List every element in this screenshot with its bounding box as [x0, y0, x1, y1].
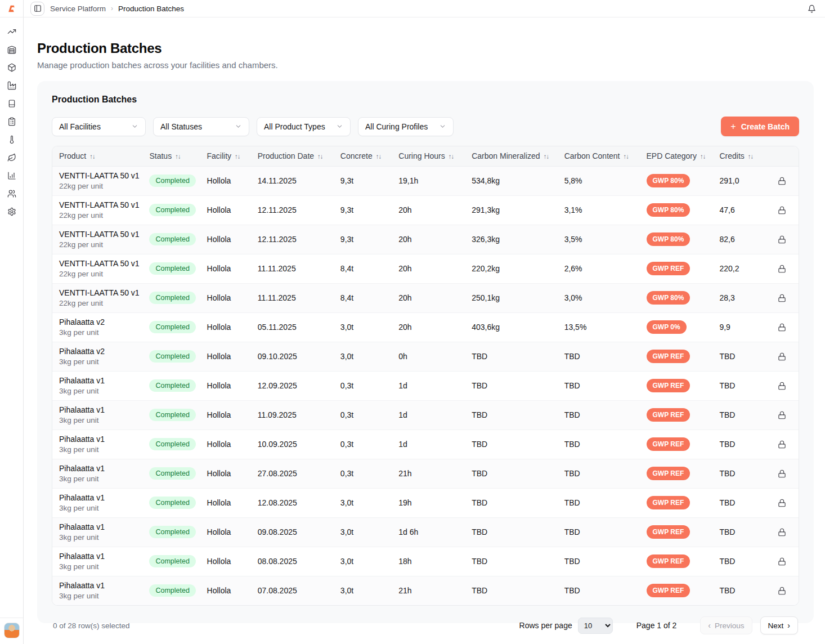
column-header-epd-category[interactable]: EPD Category↑↓	[640, 146, 713, 166]
carbon-mineralized-cell: TBD	[465, 547, 557, 576]
lock-button[interactable]	[778, 294, 786, 302]
lock-button[interactable]	[778, 206, 786, 214]
epd-category-cell: GWP REF	[640, 254, 713, 283]
carbon-content-cell: TBD	[558, 576, 640, 605]
status-badge: Completed	[149, 262, 195, 275]
status-badge: Completed	[149, 379, 195, 392]
lock-button[interactable]	[778, 382, 786, 390]
sidebar-item-container[interactable]	[3, 95, 21, 113]
column-header-carbon-content[interactable]: Carbon Content↑↓	[558, 146, 640, 166]
lock-icon	[778, 382, 786, 390]
sort-icon: ↑↓	[89, 153, 95, 160]
sidebar-item-users[interactable]	[3, 185, 21, 203]
table-row[interactable]: Pihalaatta v13kg per unitCompletedHollol…	[52, 371, 799, 400]
lock-button[interactable]	[778, 557, 786, 566]
curing-profiles-filter[interactable]: All Curing Profiles	[358, 117, 454, 136]
product-types-filter[interactable]: All Product Types	[257, 117, 351, 136]
table-row[interactable]: VENTTI-LAATTA 50 v122kg per unitComplete…	[52, 225, 799, 254]
table-row[interactable]: VENTTI-LAATTA 50 v122kg per unitComplete…	[52, 195, 799, 225]
production-date-cell: 09.10.2025	[251, 342, 334, 371]
table-row[interactable]: Pihalaatta v13kg per unitCompletedHollol…	[52, 488, 799, 517]
table-row[interactable]: Pihalaatta v13kg per unitCompletedHollol…	[52, 576, 799, 605]
lock-button[interactable]	[778, 235, 786, 244]
user-avatar[interactable]	[4, 623, 20, 638]
column-header-facility[interactable]: Facility↑↓	[200, 146, 251, 166]
rows-per-page-label: Rows per page	[519, 621, 572, 630]
table-row[interactable]: Pihalaatta v13kg per unitCompletedHollol…	[52, 400, 799, 430]
table-row[interactable]: Pihalaatta v13kg per unitCompletedHollol…	[52, 459, 799, 488]
column-header-concrete[interactable]: Concrete↑↓	[334, 146, 392, 166]
sort-icon: ↑↓	[449, 153, 454, 160]
sidebar-item-thermometer[interactable]	[3, 131, 21, 149]
topbar: Service Platform › Production Batches	[24, 0, 825, 17]
table-row[interactable]: Pihalaatta v13kg per unitCompletedHollol…	[52, 547, 799, 576]
sidebar-item-leaf[interactable]	[3, 149, 21, 167]
sidebar	[0, 0, 24, 644]
package-icon	[7, 63, 16, 72]
next-page-button[interactable]: Next ›	[760, 616, 798, 634]
table-row[interactable]: VENTTI-LAATTA 50 v122kg per unitComplete…	[52, 283, 799, 312]
table-row[interactable]: Pihalaatta v13kg per unitCompletedHollol…	[52, 430, 799, 459]
previous-page-button[interactable]: ‹ Previous	[700, 616, 752, 634]
lock-button[interactable]	[778, 528, 786, 536]
carbon-mineralized-cell: 403,6kg	[465, 312, 557, 342]
thermometer-icon	[7, 135, 16, 144]
column-header-credits[interactable]: Credits↑↓	[712, 146, 770, 166]
filter-row: All Facilities All Statuses All Product …	[52, 117, 799, 136]
column-header-production-date[interactable]: Production Date↑↓	[251, 146, 334, 166]
table-row[interactable]: Pihalaatta v23kg per unitCompletedHollol…	[52, 342, 799, 371]
sidebar-item-trending-up[interactable]	[3, 23, 21, 41]
lock-button[interactable]	[778, 265, 786, 273]
create-batch-button[interactable]: + Create Batch	[721, 117, 799, 136]
table-row[interactable]: VENTTI-LAATTA 50 v122kg per unitComplete…	[52, 254, 799, 283]
lock-icon	[778, 499, 786, 507]
credits-cell: 9,9	[712, 312, 770, 342]
lock-button[interactable]	[778, 440, 786, 449]
column-header-status[interactable]: Status↑↓	[142, 146, 200, 166]
notifications-button[interactable]	[808, 5, 816, 13]
product-cell: Pihalaatta v13kg per unit	[52, 400, 142, 430]
actions-cell	[771, 576, 799, 605]
lock-button[interactable]	[778, 499, 786, 507]
table-row[interactable]: Pihalaatta v13kg per unitCompletedHollol…	[52, 517, 799, 547]
sidebar-item-factory[interactable]	[3, 77, 21, 95]
lock-button[interactable]	[778, 587, 786, 595]
facilities-filter[interactable]: All Facilities	[52, 117, 146, 136]
status-badge: Completed	[149, 555, 195, 567]
curing-hours-cell: 20h	[392, 283, 465, 312]
lock-button[interactable]	[778, 352, 786, 361]
lock-button[interactable]	[778, 411, 786, 419]
status-badge: Completed	[149, 438, 195, 450]
column-header-curing-hours[interactable]: Curing Hours↑↓	[392, 146, 465, 166]
rows-per-page-select[interactable]: 10	[578, 618, 613, 634]
sidebar-item-bar-chart[interactable]	[3, 167, 21, 185]
lock-button[interactable]	[778, 177, 786, 185]
breadcrumb-root[interactable]: Service Platform	[50, 5, 106, 13]
concrete-cell: 3,0t	[334, 517, 392, 547]
sidebar-toggle-button[interactable]	[30, 2, 44, 16]
bell-icon	[808, 5, 816, 13]
column-header-product[interactable]: Product↑↓	[52, 146, 142, 166]
statuses-filter[interactable]: All Statuses	[153, 117, 249, 136]
table-row[interactable]: VENTTI-LAATTA 50 v122kg per unitComplete…	[52, 166, 799, 195]
sidebar-item-clipboard-list[interactable]	[3, 113, 21, 131]
create-batch-label: Create Batch	[741, 122, 790, 131]
epd-badge: GWP REF	[647, 496, 691, 509]
sidebar-item-warehouse[interactable]	[3, 41, 21, 59]
carbon-mineralized-cell: 326,3kg	[465, 225, 557, 254]
product-cell: Pihalaatta v13kg per unit	[52, 547, 142, 576]
lock-icon	[778, 411, 786, 419]
actions-cell	[771, 283, 799, 312]
brand-logo[interactable]	[0, 0, 23, 17]
lock-button[interactable]	[778, 469, 786, 478]
carbon-content-cell: 3,5%	[558, 225, 640, 254]
curing-hours-cell: 21h	[392, 576, 465, 605]
sidebar-item-package[interactable]	[3, 59, 21, 77]
carbon-mineralized-cell: 291,3kg	[465, 195, 557, 225]
column-header-carbon-mineralized[interactable]: Carbon Mineralized↑↓	[465, 146, 557, 166]
sidebar-item-settings[interactable]	[3, 203, 21, 221]
table-row[interactable]: Pihalaatta v23kg per unitCompletedHollol…	[52, 312, 799, 342]
batches-table: Product↑↓Status↑↓Facility↑↓Production Da…	[52, 146, 799, 606]
carbon-content-cell: 3,0%	[558, 283, 640, 312]
lock-button[interactable]	[778, 323, 786, 332]
